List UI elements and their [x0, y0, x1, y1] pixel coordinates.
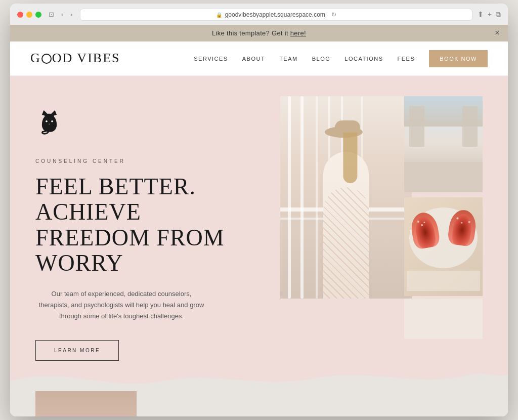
- logo-o-circle: [41, 54, 52, 64]
- nav-link-team[interactable]: TEAM: [279, 56, 298, 62]
- site-logo[interactable]: GOD VIBES: [30, 51, 120, 66]
- close-icon[interactable]: ×: [495, 28, 500, 37]
- hero-image-outdoor: [404, 96, 483, 192]
- window-icon[interactable]: ⊡: [47, 10, 56, 19]
- back-button[interactable]: ‹: [59, 10, 65, 19]
- learn-more-button[interactable]: LEARN MORE: [35, 340, 119, 361]
- reload-icon[interactable]: ↻: [331, 11, 336, 18]
- hero-headline-line1: FEEL BETTER. ACHIEVE: [35, 174, 196, 225]
- hero-headline-line2: FREEDOM FROM WORRY: [35, 225, 225, 276]
- hero-image-woman: [280, 96, 412, 299]
- nav-link-blog[interactable]: BLOG: [312, 56, 331, 62]
- cat-icon: [35, 106, 260, 149]
- nav-link-fees[interactable]: FEES: [398, 56, 415, 62]
- traffic-lights: [17, 12, 41, 18]
- svg-point-2: [46, 120, 48, 122]
- bottom-peek-image: [35, 391, 137, 416]
- address-bar[interactable]: goodvibesbyapplet.squarespace.com ↻: [80, 9, 472, 21]
- svg-point-4: [49, 123, 50, 125]
- browser-controls: ⊡ ‹ ›: [47, 10, 75, 19]
- nav-link-services[interactable]: SERVICES: [194, 56, 228, 62]
- nav-links: SERVICES ABOUT TEAM BLOG LOCATIONS FEES …: [194, 54, 488, 63]
- browser-chrome: ⊡ ‹ › goodvibesbyapplet.squarespace.com …: [10, 4, 508, 25]
- url-text: goodvibesbyapplet.squarespace.com: [225, 11, 325, 18]
- hero-content-left: COUNSELING CENTER FEEL BETTER. ACHIEVE F…: [35, 96, 260, 392]
- hero-section: COUNSELING CENTER FEEL BETTER. ACHIEVE F…: [10, 76, 508, 392]
- hero-headline: FEEL BETTER. ACHIEVE FREEDOM FROM WORRY: [35, 174, 260, 276]
- lock-icon: [216, 11, 222, 18]
- close-button[interactable]: [17, 12, 23, 18]
- maximize-button[interactable]: [35, 12, 41, 18]
- bottom-peek: [10, 391, 508, 416]
- minimize-button[interactable]: [26, 12, 32, 18]
- nav-item-services[interactable]: SERVICES: [194, 54, 228, 63]
- hero-images: [280, 96, 483, 392]
- svg-point-3: [51, 120, 53, 122]
- browser-actions: ⬆ + ⧉: [478, 10, 501, 19]
- forward-button[interactable]: ›: [68, 10, 74, 19]
- wave-decoration: [10, 361, 508, 391]
- nav-item-about[interactable]: ABOUT: [242, 54, 265, 63]
- nav-item-team[interactable]: TEAM: [279, 54, 298, 63]
- nav-item-book[interactable]: BOOK NOW: [429, 54, 488, 63]
- nav-link-about[interactable]: ABOUT: [242, 56, 265, 62]
- nav-item-fees[interactable]: FEES: [398, 54, 415, 63]
- nav-item-blog[interactable]: BLOG: [312, 54, 331, 63]
- browser-window: ⊡ ‹ › goodvibesbyapplet.squarespace.com …: [10, 4, 508, 417]
- hero-image-figs: [404, 197, 483, 296]
- share-icon[interactable]: ⬆: [478, 10, 484, 19]
- announcement-text: Like this template? Get it here!: [212, 29, 306, 37]
- new-tab-icon[interactable]: +: [488, 10, 492, 19]
- nav-link-locations[interactable]: LOCATIONS: [344, 56, 383, 62]
- site-navigation: GOD VIBES SERVICES ABOUT TEAM BLOG LOCAT…: [10, 41, 508, 76]
- announcement-bar: Like this template? Get it here! ×: [10, 25, 508, 41]
- hero-image-extra: [404, 299, 483, 339]
- book-now-button[interactable]: BOOK NOW: [429, 50, 488, 67]
- announcement-link[interactable]: here!: [290, 29, 306, 37]
- tabs-icon[interactable]: ⧉: [496, 10, 501, 19]
- nav-item-locations[interactable]: LOCATIONS: [344, 54, 383, 63]
- hero-description: Our team of experienced, dedicated couns…: [35, 288, 207, 322]
- hero-subtitle: COUNSELING CENTER: [35, 158, 260, 164]
